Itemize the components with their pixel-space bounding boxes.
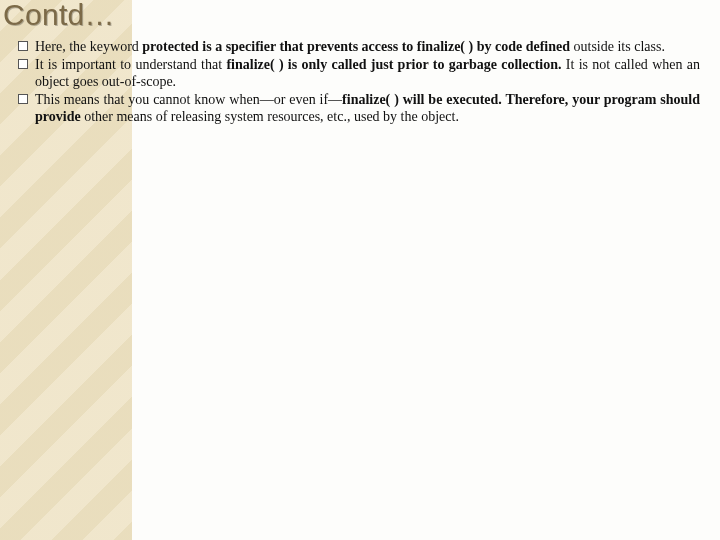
bullet-text: It is important to understand that final…: [35, 56, 700, 91]
body-text: Here, the keyword protected is a specifi…: [18, 38, 700, 126]
text-run-bold: protected is a specifier that prevents a…: [142, 39, 573, 54]
checkbox-icon: [18, 94, 28, 104]
slide: Contd… Here, the keyword protected is a …: [0, 0, 720, 540]
page-title: Contd…: [3, 0, 115, 32]
list-item: This means that you cannot know when—or …: [18, 91, 700, 126]
checkbox-icon: [18, 41, 28, 51]
bullet-text: This means that you cannot know when—or …: [35, 91, 700, 126]
list-item: It is important to understand that final…: [18, 56, 700, 91]
checkbox-icon: [18, 59, 28, 69]
bullet-text: Here, the keyword protected is a specifi…: [35, 38, 700, 56]
text-run: outside its class.: [574, 39, 665, 54]
text-run: This means that you cannot know when—or …: [35, 92, 342, 107]
text-run: It is important to understand that: [35, 57, 226, 72]
text-run: other means of releasing system resource…: [84, 109, 459, 124]
text-run: Here, the keyword: [35, 39, 142, 54]
list-item: Here, the keyword protected is a specifi…: [18, 38, 700, 56]
text-run-bold: finalize( ) is only called just prior to…: [226, 57, 561, 72]
